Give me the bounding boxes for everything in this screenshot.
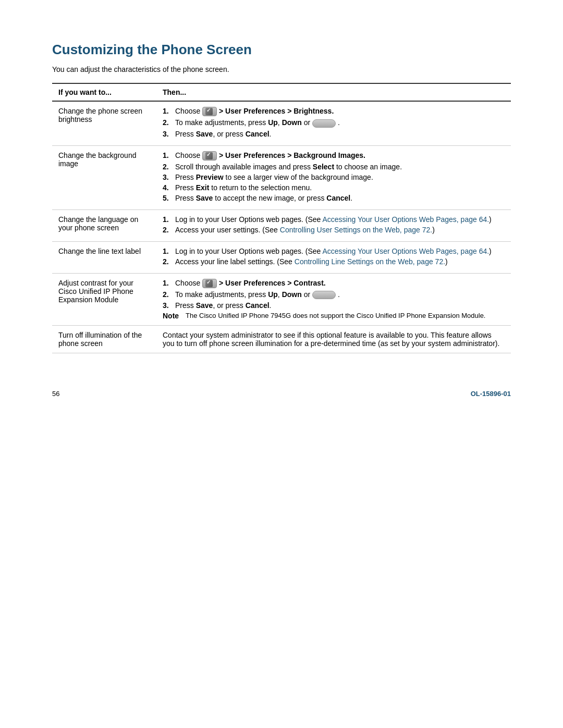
table-row: Change the language on your phone screen… <box>52 209 511 241</box>
step-content: Log in to your User Options web pages. (… <box>175 247 505 255</box>
step-content: Access your user settings. (See Controll… <box>175 226 505 234</box>
step-content: Press Preview to see a larger view of th… <box>175 173 505 181</box>
step-num: 2. <box>163 118 172 127</box>
step-num: 2. <box>163 163 172 171</box>
step-content: Scroll through available images and pres… <box>175 163 505 171</box>
want-cell: Change the language on your phone screen <box>52 209 156 241</box>
table-row: Change the line text label 1. Log in to … <box>52 241 511 273</box>
menu-icon <box>202 107 217 116</box>
contact-text: Contact your system administrator to see… <box>163 331 499 348</box>
step-num: 3. <box>163 130 172 138</box>
intro-paragraph: You can adjust the characteristics of th… <box>52 65 511 73</box>
step-content: To make adjustments, press Up, Down or . <box>175 118 505 127</box>
step-num: 4. <box>163 183 172 192</box>
checkmark-icon <box>205 152 213 159</box>
step-num: 2. <box>163 257 172 266</box>
then-cell: 1. Log in to your User Options web pages… <box>156 241 511 273</box>
step-num: 1. <box>163 151 172 159</box>
then-cell: 1. Choose > User Preferences > Contrast.… <box>156 273 511 326</box>
then-cell: 1. Log in to your User Options web pages… <box>156 209 511 241</box>
step-num: 1. <box>163 279 172 287</box>
footer-doc-number: OL-15896-01 <box>471 390 511 398</box>
col2-header: Then... <box>156 83 511 101</box>
note-label: Note <box>163 312 181 320</box>
want-cell: Change the background image <box>52 145 156 209</box>
customization-table: If you want to... Then... Change the pho… <box>52 83 511 353</box>
step-num: 3. <box>163 173 172 181</box>
step-content: Press Exit to return to the selection me… <box>175 183 505 192</box>
step-content: Press Save, or press Cancel. <box>175 130 505 138</box>
step-content: Choose > User Preferences > Background I… <box>175 151 505 161</box>
menu-icon <box>202 279 217 288</box>
checkmark-icon <box>205 108 213 115</box>
accessing-user-options-link-2[interactable]: Accessing Your User Options Web Pages, p… <box>323 247 489 255</box>
want-cell: Adjust contrast for your Cisco Unified I… <box>52 273 156 326</box>
then-cell: 1. Choose > User Preferences > Backgroun… <box>156 145 511 209</box>
step-num: 2. <box>163 226 172 234</box>
checkmark-icon <box>205 280 213 287</box>
step-num: 1. <box>163 247 172 255</box>
menu-icon <box>202 151 217 161</box>
step-num: 1. <box>163 107 172 115</box>
step-content: Press Save to accept the new image, or p… <box>175 194 505 202</box>
table-row: Turn off illumination of the phone scree… <box>52 326 511 353</box>
then-cell: Contact your system administrator to see… <box>156 326 511 353</box>
table-row: Adjust contrast for your Cisco Unified I… <box>52 273 511 326</box>
page-title: Customizing the Phone Screen <box>52 42 511 58</box>
note-row: Note The Cisco Unified IP Phone 7945G do… <box>163 312 505 320</box>
note-content: The Cisco Unified IP Phone 7945G does no… <box>186 312 486 320</box>
then-cell: 1. Choose > User Preferences > Brightnes… <box>156 101 511 145</box>
want-cell: Change the phone screen brightness <box>52 101 156 145</box>
slider-icon <box>312 291 336 299</box>
slider-icon <box>312 119 336 128</box>
footer-page-number: 56 <box>52 390 59 398</box>
accessing-user-options-link[interactable]: Accessing Your User Options Web Pages, p… <box>323 215 489 224</box>
want-cell: Turn off illumination of the phone scree… <box>52 326 156 353</box>
table-row: Change the phone screen brightness 1. Ch… <box>52 101 511 145</box>
step-content: Access your line label settings. (See Co… <box>175 257 505 266</box>
page-footer: 56 OL-15896-01 <box>52 385 511 398</box>
want-cell: Change the line text label <box>52 241 156 273</box>
step-content: Log in to your User Options web pages. (… <box>175 215 505 224</box>
controlling-user-settings-link[interactable]: Controlling User Settings on the Web, pa… <box>280 226 432 234</box>
col1-header: If you want to... <box>52 83 156 101</box>
step-content: Press Save, or press Cancel. <box>175 301 505 310</box>
step-num: 2. <box>163 290 172 299</box>
controlling-line-settings-link[interactable]: Controlling Line Settings on the Web, pa… <box>295 257 445 266</box>
step-content: Choose > User Preferences > Brightness. <box>175 107 505 116</box>
step-num: 5. <box>163 194 172 202</box>
step-content: To make adjustments, press Up, Down or . <box>175 290 505 299</box>
step-num: 1. <box>163 215 172 224</box>
table-row: Change the background image 1. Choose > … <box>52 145 511 209</box>
step-num: 3. <box>163 301 172 310</box>
step-content: Choose > User Preferences > Contrast. <box>175 279 505 288</box>
